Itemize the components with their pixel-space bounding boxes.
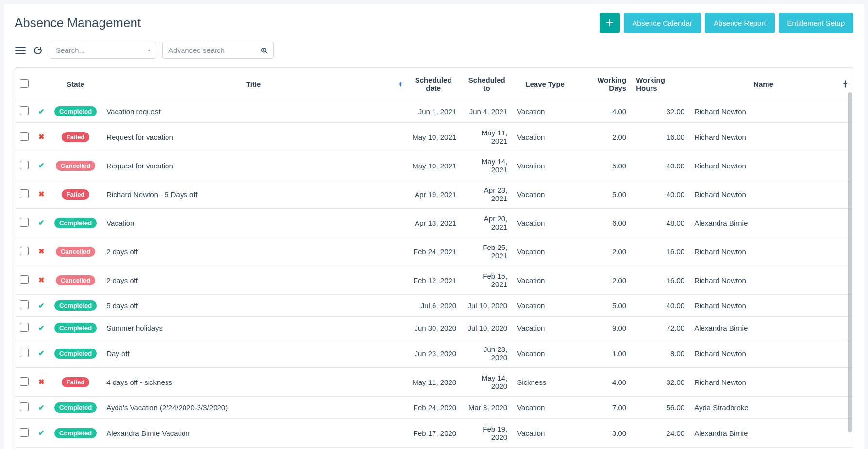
cell-working-days: 2.00 [578, 123, 631, 151]
row-checkbox[interactable] [20, 402, 29, 411]
cell-name: Richard Newton [689, 368, 837, 397]
cell-leave-type: Vacation [512, 266, 578, 295]
add-button[interactable] [600, 13, 620, 33]
cell-title: 2 days off [101, 266, 405, 295]
search-icon [148, 47, 150, 54]
cell-working-hours: 40.00 [631, 151, 689, 180]
table-container: State Title ▲▼ Scheduled date Scheduled … [15, 67, 853, 449]
column-scheduled-to[interactable]: Scheduled to [461, 68, 512, 100]
cell-leave-type: Vacation [512, 100, 578, 123]
state-badge: Completed [54, 323, 97, 333]
cell-name: Alexandra Birnie [689, 317, 837, 339]
cell-scheduled-date: Apr 19, 2021 [405, 180, 461, 209]
table-row[interactable]: ✔CompletedAlexandra Birnie VacationFeb 1… [15, 419, 853, 448]
check-icon: ✔ [38, 429, 45, 437]
cell-title: Vacation request [101, 100, 405, 123]
cell-leave-type: Vacation [512, 151, 578, 180]
row-checkbox[interactable] [20, 132, 29, 141]
row-checkbox[interactable] [20, 377, 29, 386]
entitlement-setup-button[interactable]: Entitlement Setup [779, 13, 853, 33]
row-checkbox[interactable] [20, 275, 29, 284]
row-checkbox[interactable] [20, 189, 29, 198]
cell-leave-type: Sickness [512, 368, 578, 397]
check-icon: ✔ [38, 107, 45, 116]
cell-working-days: 5.00 [578, 180, 631, 209]
cell-name: Richard Newton [689, 237, 837, 266]
table-row[interactable]: ✔CompletedAyda's Vacation (2/24/2020-3/3… [15, 397, 853, 419]
cell-scheduled-date: Jun 30, 2020 [405, 317, 461, 339]
cell-leave-type: Vacation [512, 237, 578, 266]
table-row[interactable]: ✖FailedRichard Newton - 5 Days offApr 19… [15, 180, 853, 209]
check-icon: ✔ [38, 403, 45, 412]
row-checkbox[interactable] [20, 247, 29, 255]
table-row[interactable]: ✖FailedRequest for vacationMay 10, 2021M… [15, 123, 853, 151]
column-leave-type[interactable]: Leave Type [512, 68, 578, 100]
cell-name: Richard Newton [689, 295, 837, 317]
cell-scheduled-date: Apr 13, 2021 [405, 209, 461, 237]
x-icon: ✖ [38, 378, 45, 386]
table-row[interactable]: ✖Cancelled2 days offFeb 24, 2021Feb 25, … [15, 237, 853, 266]
absence-calendar-button[interactable]: Absence Calendar [624, 13, 701, 33]
cell-scheduled-date: Jul 6, 2020 [405, 295, 461, 317]
table-row[interactable]: ✔CompletedDay offJun 23, 2020Jun 23, 202… [15, 339, 853, 368]
search-input[interactable] [56, 46, 148, 54]
cell-title: 2 days off [101, 237, 405, 266]
column-scheduled-date[interactable]: Scheduled date [405, 68, 461, 100]
column-working-days[interactable]: Working Days [578, 68, 631, 100]
table-row[interactable]: ✔CompletedSummer holidaysJun 30, 2020Jul… [15, 317, 853, 339]
check-icon: ✔ [38, 161, 45, 169]
cell-scheduled-to: Apr 23, 2021 [461, 180, 512, 209]
row-checkbox[interactable] [20, 161, 29, 169]
table-row[interactable]: ✖Cancelled2 days offFeb 12, 2021Feb 15, … [15, 266, 853, 295]
cell-working-hours: 8.00 [631, 448, 689, 449]
cell-title: 4 days off - sickness [101, 368, 405, 397]
cell-title: Summer holidays [101, 317, 405, 339]
table-row[interactable]: ✔CancelledRequest for vacationMay 10, 20… [15, 151, 853, 180]
table-row[interactable]: ✔CompletedVacation requestJun 1, 2021Jun… [15, 100, 853, 123]
cell-working-hours: 16.00 [631, 123, 689, 151]
scrollbar[interactable] [848, 92, 852, 432]
table-row[interactable]: ✔CompletedAbsence due to medical examsFe… [15, 448, 853, 449]
cell-working-days: 2.00 [578, 237, 631, 266]
column-title[interactable]: Title ▲▼ [101, 68, 405, 100]
refresh-button[interactable] [32, 45, 44, 56]
cell-leave-type: Vacation [512, 397, 578, 419]
cell-scheduled-date: Feb 24, 2020 [405, 397, 461, 419]
search-plus-icon [261, 47, 267, 54]
cell-title: Alexandra Birnie Vacation [101, 419, 405, 448]
column-name[interactable]: Name [689, 68, 837, 100]
cell-name: Richard Newton [689, 100, 837, 123]
pin-icon [842, 80, 848, 88]
cell-scheduled-to: Apr 20, 2021 [461, 209, 512, 237]
cell-leave-type: Long Service Leave [512, 448, 578, 449]
sort-indicator-icon: ▲▼ [398, 81, 402, 87]
column-state[interactable]: State [50, 68, 101, 100]
row-checkbox[interactable] [20, 218, 29, 227]
cell-scheduled-to: Jun 23, 2020 [461, 339, 512, 368]
table-row[interactable]: ✔CompletedVacationApr 13, 2021Apr 20, 20… [15, 209, 853, 237]
cell-leave-type: Vacation [512, 295, 578, 317]
row-checkbox[interactable] [20, 106, 29, 115]
cell-working-days: 5.00 [578, 151, 631, 180]
row-checkbox[interactable] [20, 300, 29, 309]
cell-working-hours: 32.00 [631, 368, 689, 397]
cell-name: Richard Newton [689, 151, 837, 180]
menu-button[interactable] [15, 45, 26, 56]
cell-title: Ayda's Vacation (2/24/2020-3/3/2020) [101, 397, 405, 419]
row-checkbox[interactable] [20, 349, 29, 357]
cell-leave-type: Vacation [512, 123, 578, 151]
cell-scheduled-date: Feb 17, 2020 [405, 419, 461, 448]
row-checkbox[interactable] [20, 323, 29, 332]
absence-report-button[interactable]: Absence Report [705, 13, 775, 33]
table-row[interactable]: ✔Completed5 days offJul 6, 2020Jul 10, 2… [15, 295, 853, 317]
x-icon: ✖ [38, 276, 45, 284]
cell-working-hours: 56.00 [631, 397, 689, 419]
check-icon: ✔ [38, 301, 45, 310]
table-row[interactable]: ✖Failed4 days off - sicknessMay 11, 2020… [15, 368, 853, 397]
select-all-checkbox[interactable] [20, 79, 29, 88]
cell-scheduled-to: Feb 25, 2021 [461, 237, 512, 266]
column-working-hours[interactable]: Working Hours [631, 68, 689, 100]
state-badge: Completed [54, 349, 97, 359]
advanced-search-input[interactable] [168, 46, 261, 54]
row-checkbox[interactable] [20, 428, 29, 437]
